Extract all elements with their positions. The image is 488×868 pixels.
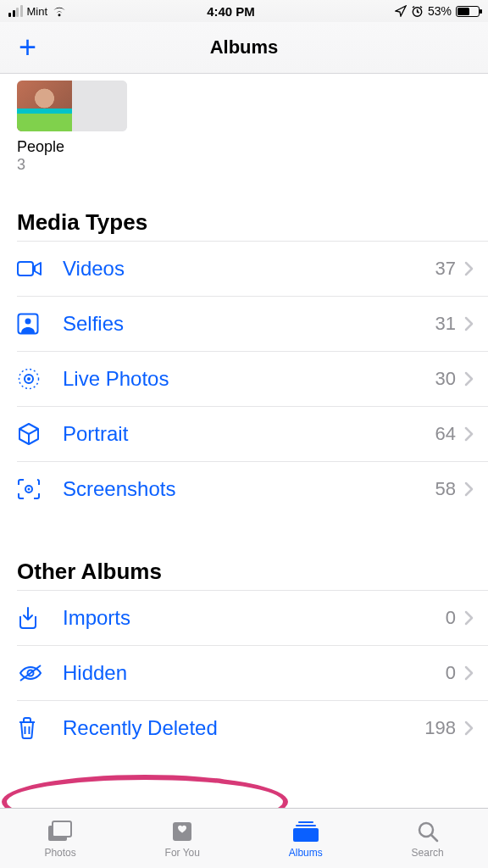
chevron-right-icon <box>464 426 474 442</box>
media-types-list: Videos37Selfies31Live Photos30Portrait64… <box>0 241 488 516</box>
chevron-right-icon <box>464 665 474 681</box>
tab-photos[interactable]: Photos <box>44 819 75 859</box>
row-count: 31 <box>435 313 456 335</box>
chevron-right-icon <box>464 371 474 387</box>
import-icon <box>17 606 49 630</box>
row-count: 37 <box>435 258 456 280</box>
selfie-icon <box>17 313 49 335</box>
carrier-label: Mint <box>27 5 48 18</box>
add-button[interactable]: + <box>19 32 36 63</box>
chevron-right-icon <box>464 610 474 626</box>
tab-label: For You <box>165 847 200 859</box>
screenshot-icon <box>17 478 49 500</box>
row-count: 58 <box>435 478 456 500</box>
svg-line-18 <box>431 835 437 841</box>
status-time: 4:40 PM <box>207 4 255 19</box>
chevron-right-icon <box>464 721 474 736</box>
album-count: 3 <box>17 156 471 174</box>
annotation-circle <box>2 775 288 808</box>
row-count: 0 <box>446 662 456 684</box>
svg-rect-1 <box>18 262 33 275</box>
row-label: Videos <box>49 257 435 281</box>
row-portrait[interactable]: Portrait64 <box>17 406 488 461</box>
svg-rect-16 <box>293 828 319 842</box>
row-label: Selfies <box>49 312 435 336</box>
other-albums-list: Imports0Hidden0Recently Deleted198 <box>0 590 488 755</box>
tab-label: Search <box>412 847 444 859</box>
chevron-right-icon <box>464 261 474 276</box>
alarm-icon <box>411 5 424 18</box>
row-selfies[interactable]: Selfies31 <box>17 296 488 351</box>
video-icon <box>17 259 49 279</box>
wifi-icon <box>52 6 67 17</box>
row-count: 0 <box>446 607 456 629</box>
albums-icon <box>291 819 320 844</box>
people-thumbnail <box>17 81 127 131</box>
svg-rect-15 <box>296 825 316 826</box>
svg-point-5 <box>27 377 30 381</box>
section-header-media-types: Media Types <box>0 209 488 236</box>
album-people[interactable]: People 3 <box>0 74 488 174</box>
tab-albums[interactable]: Albums <box>289 819 323 859</box>
row-recently-deleted[interactable]: Recently Deleted198 <box>17 700 488 755</box>
row-videos[interactable]: Videos37 <box>17 241 488 296</box>
row-label: Live Photos <box>49 367 435 391</box>
row-live-photos[interactable]: Live Photos30 <box>17 351 488 406</box>
tab-label: Albums <box>289 847 323 859</box>
chevron-right-icon <box>464 481 474 497</box>
row-label: Portrait <box>49 422 435 446</box>
album-title: People <box>17 138 471 156</box>
tab-for-you[interactable]: For You <box>165 819 200 859</box>
battery-pct: 53% <box>428 4 452 18</box>
tab-bar: Photos For You Albums Search <box>0 808 488 868</box>
row-count: 30 <box>435 368 456 390</box>
trash-icon <box>17 716 49 740</box>
row-label: Imports <box>49 606 446 630</box>
svg-point-8 <box>28 488 30 491</box>
svg-rect-14 <box>298 821 313 823</box>
tab-label: Photos <box>44 847 75 859</box>
row-imports[interactable]: Imports0 <box>17 590 488 645</box>
page-title: Albums <box>210 36 279 58</box>
chevron-right-icon <box>464 316 474 331</box>
live-photo-icon <box>17 367 49 391</box>
signal-bars-icon <box>8 5 23 17</box>
row-label: Screenshots <box>49 477 435 501</box>
cube-icon <box>17 422 49 446</box>
svg-point-3 <box>25 319 31 325</box>
for-you-icon <box>170 819 194 844</box>
row-label: Recently Deleted <box>49 716 424 740</box>
battery-icon <box>456 6 480 17</box>
row-hidden[interactable]: Hidden0 <box>17 645 488 700</box>
row-count: 64 <box>435 423 456 445</box>
row-label: Hidden <box>49 661 446 685</box>
tab-search[interactable]: Search <box>412 819 444 859</box>
svg-rect-12 <box>53 821 71 837</box>
row-screenshots[interactable]: Screenshots58 <box>17 461 488 516</box>
photos-icon <box>47 819 74 844</box>
section-header-other-albums: Other Albums <box>0 559 488 585</box>
hidden-icon <box>17 663 49 683</box>
nav-bar: + Albums <box>0 22 488 74</box>
status-bar: Mint 4:40 PM 53% <box>0 0 488 22</box>
row-count: 198 <box>424 717 456 739</box>
location-icon <box>395 5 407 17</box>
search-icon <box>416 819 440 844</box>
